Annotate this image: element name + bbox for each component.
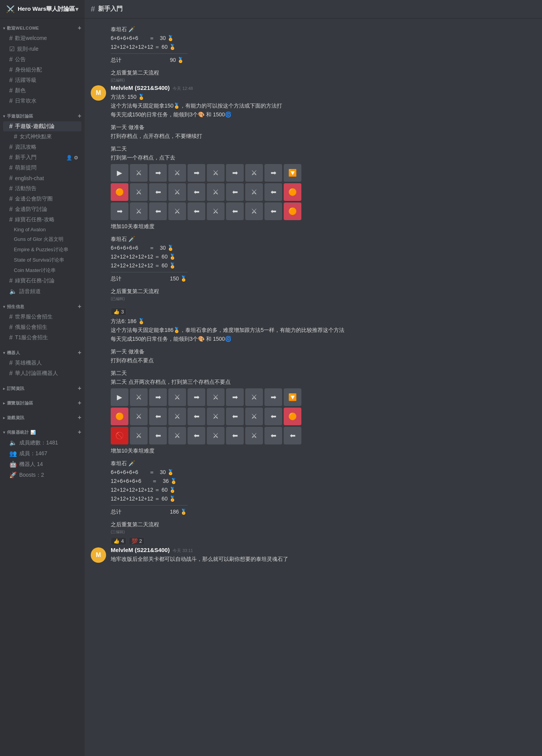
sidebar-item-beginner-q[interactable]: # 萌新提問	[3, 163, 81, 173]
message-author: MelvleM (S221&S400)	[111, 547, 170, 553]
game-image: ⚔	[245, 427, 263, 444]
game-image: ⬅	[226, 183, 244, 201]
sidebar-item-strategy[interactable]: # 資訊攻略	[3, 142, 81, 152]
sidebar-item-t1-guild[interactable]: # T1服公會招生	[3, 333, 81, 343]
chevron-icon: ▾	[3, 351, 5, 355]
message-time: 今天 33:11	[173, 548, 193, 554]
sidebar-item-russia-guild[interactable]: # 俄服公會招生	[3, 322, 81, 332]
msg-line: 每天完成150的日常任务，能领到3个🎨 和 1500🌀	[111, 111, 536, 119]
add-channel-icon[interactable]: +	[78, 25, 81, 32]
sidebar-item-world-guild[interactable]: # 世界服公會招生	[3, 312, 81, 322]
add-channel-icon[interactable]: +	[78, 414, 81, 421]
sidebar-item-community-bot[interactable]: # 華人討論區機器人	[3, 368, 81, 378]
category-browser[interactable]: ▸ 瀏覽版討論區 +	[0, 398, 85, 408]
game-image: ⚔	[245, 202, 263, 220]
avatar: M	[91, 85, 106, 101]
game-image: ⚔	[207, 183, 224, 201]
channel-label: 資訊攻略	[15, 144, 78, 151]
sidebar-item-activity[interactable]: # 活躍等級	[3, 75, 81, 85]
sidebar-item-guild-defense[interactable]: # 金邊公會防守圈	[3, 194, 81, 204]
game-image: ⬅	[149, 202, 167, 220]
msg-line: 方法5: 150 🏅	[111, 93, 536, 101]
game-image: ⚔	[130, 202, 148, 220]
stat-members: 👥 成員：1467	[3, 448, 81, 459]
sidebar-item-emerald-discuss[interactable]: # 綠寶石任務-討論	[3, 276, 81, 286]
category-label: 歡迎WELCOME	[7, 25, 39, 31]
sidebar-item-newbie[interactable]: # 新手入門 👤 ⚙	[3, 153, 81, 162]
add-channel-icon[interactable]: +	[78, 349, 81, 356]
hash-icon: #	[9, 164, 13, 171]
add-channel-icon[interactable]: +	[78, 385, 81, 392]
gear-icon[interactable]: ⚙	[74, 155, 78, 161]
sidebar-item-rule[interactable]: ☑ 規則-rule	[3, 44, 81, 54]
game-image: ⚔	[207, 164, 224, 182]
msg-line: 第二天 点开两次存档点，打到第三个存档点不要点	[111, 378, 536, 386]
stat-label: 成員總數：1481	[19, 439, 78, 446]
category-mobile[interactable]: ▾ 手遊版討論區 +	[0, 111, 85, 121]
msg-line: 泰坦石 🗡️	[111, 459, 536, 468]
game-image: ⬅	[264, 183, 282, 201]
sidebar-item-voice[interactable]: 🔈 語音頻道	[3, 286, 81, 297]
messages-area[interactable]: 泰坦石 🗡️ 6+6+6+6+6 ＝ 30 🏅 12+12+12+12+12 ＝…	[85, 18, 542, 756]
message-content: MelvleM (S221&S400) 今天 12:48 方法5: 150 🏅 …	[111, 85, 536, 302]
sidebar-item-goddess[interactable]: # 女式神快點來	[3, 132, 81, 142]
sidebar-item-guild-discuss[interactable]: # 金邊防守討論	[3, 204, 81, 214]
category-server-stats[interactable]: ▾ 伺服器統計 📊 +	[0, 427, 85, 437]
stat-label: 機器人 14	[19, 461, 78, 468]
category-news[interactable]: ▸ 訂閱資訊 +	[0, 383, 85, 393]
speaker-icon: 🔈	[9, 439, 17, 446]
channel-label: 綠寶石任務-討論	[15, 277, 78, 284]
sidebar-item-hero-bot[interactable]: # 英雄機器人	[3, 358, 81, 368]
message-body: 地牢改版后全部关卡都可以自动战斗，那么就可以刷你想要的泰坦灵魂石了	[111, 555, 536, 563]
reaction-100[interactable]: 💯 2	[129, 537, 145, 545]
category-game-info[interactable]: ▸ 遊戲資訊 +	[0, 413, 85, 423]
reaction-thumbsup[interactable]: 👍 4	[111, 537, 126, 545]
add-channel-icon[interactable]: +	[78, 400, 81, 406]
message-group-5: M MelvleM (S221&S400) 今天 33:11 地牢改版后全部关卡…	[91, 547, 536, 564]
sidebar-item-role[interactable]: # 身份組分配	[3, 65, 81, 75]
game-image: ⚔	[130, 427, 148, 444]
msg-line: 打到存档点，点开存档点，不要继续打	[111, 132, 536, 140]
msg-line: 之后重复第二天流程	[111, 69, 536, 77]
sidebar-item-guns-of-glory[interactable]: Guns of Glor 火器文明	[3, 234, 81, 244]
category-recruitment[interactable]: ▾ 招生信息 +	[0, 302, 85, 312]
sidebar-item-color[interactable]: # 顏色	[3, 86, 81, 96]
reaction-thumbsup[interactable]: 👍 3	[111, 308, 126, 316]
game-image: 🟠	[111, 183, 128, 201]
hash-icon: #	[9, 324, 13, 331]
sidebar-item-mobile-game[interactable]: # 手遊版-遊戲討論	[3, 121, 81, 131]
category-welcome[interactable]: ▾ 歡迎WELCOME +	[0, 23, 85, 33]
msg-line: 总计 186 🏅	[111, 508, 536, 516]
game-image: ⚔	[168, 427, 186, 444]
sidebar-item-king-of-avalon[interactable]: King of Avalon	[3, 225, 81, 234]
hash-icon: #	[14, 133, 17, 140]
sidebar-item-state-survival[interactable]: State of Surviva讨论串	[3, 255, 81, 265]
robot-icon: 🤖	[9, 461, 17, 468]
sidebar-item-empire[interactable]: Empire & Puzzles讨论串	[3, 245, 81, 255]
add-channel-icon[interactable]: +	[78, 303, 81, 310]
category-bots[interactable]: ▾ 機器人 +	[0, 348, 85, 358]
sidebar-item-emerald-strat[interactable]: # 綠寶石任務-攻略	[3, 215, 81, 225]
divider	[111, 53, 188, 54]
channel-hash-icon: #	[91, 5, 95, 13]
add-channel-icon[interactable]: +	[78, 113, 81, 119]
user-icon[interactable]: 👤	[66, 155, 72, 161]
channel-label: Empire & Puzzles讨论串	[14, 246, 78, 253]
game-image: ➡	[264, 388, 282, 406]
sidebar-item-notice[interactable]: # 公告	[3, 55, 81, 65]
add-channel-icon[interactable]: +	[78, 429, 81, 436]
sidebar-item-coin-master[interactable]: Coin Master讨论串	[3, 265, 81, 275]
reaction-count: 2	[139, 538, 142, 544]
sidebar-item-event[interactable]: # 活動預告	[3, 184, 81, 194]
sidebar-item-welcome[interactable]: # 歡迎welcome	[3, 33, 81, 43]
msg-line: 12+12+12+12+12 ＝ 60 🏅	[111, 262, 536, 270]
sidebar-item-daily[interactable]: # 日常吹水	[3, 96, 81, 106]
game-image: ⚔	[130, 408, 148, 425]
hash-icon: #	[9, 277, 13, 284]
channel-label: T1服公會招生	[15, 334, 78, 341]
channel-label: 綠寶石任務-攻略	[15, 216, 78, 223]
message-body: 方法5: 150 🏅 这个方法每天固定能拿150🏅，有能力的可以按这个方法或下面…	[111, 93, 536, 295]
sidebar-item-english[interactable]: # english-chat	[3, 173, 81, 183]
channel-label: 新手入門	[15, 154, 66, 161]
server-header[interactable]: ⚔️ Hero Wars華人討論區 ▾	[0, 0, 85, 18]
